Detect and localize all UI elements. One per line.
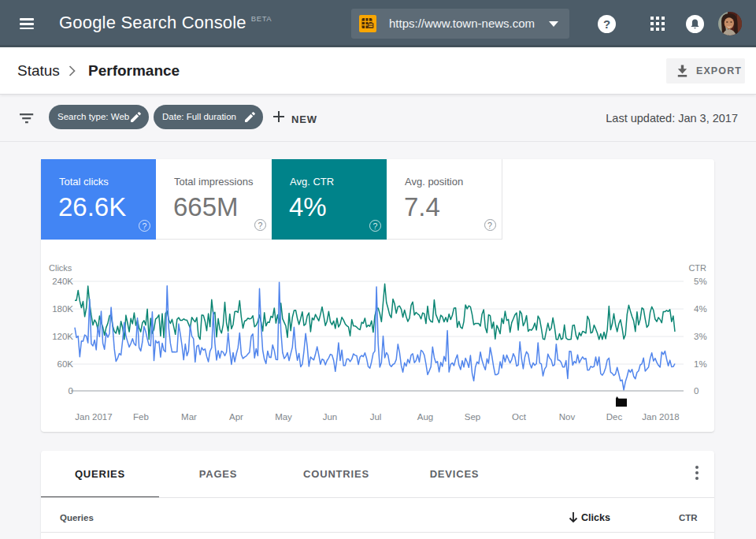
svg-text:?: ?	[603, 17, 610, 30]
svg-text:0: 0	[69, 386, 73, 396]
svg-text:Feb: Feb	[133, 412, 149, 422]
svg-text:Mar: Mar	[181, 412, 197, 422]
svg-text:Clicks: Clicks	[49, 263, 72, 273]
svg-text:Sep: Sep	[465, 412, 480, 422]
svg-text:Aug: Aug	[417, 412, 433, 422]
svg-text:Apr: Apr	[229, 412, 243, 422]
svg-text:4%: 4%	[694, 304, 707, 314]
svg-text:Jul: Jul	[370, 412, 382, 422]
svg-text:May: May	[275, 412, 292, 422]
svg-text:60K: 60K	[57, 359, 74, 369]
svg-text:3%: 3%	[694, 332, 707, 341]
svg-text:180K: 180K	[52, 304, 73, 314]
svg-text:Jun: Jun	[323, 412, 338, 422]
svg-text:Jan 2017: Jan 2017	[75, 412, 112, 422]
svg-text:Jan 2018: Jan 2018	[642, 412, 679, 422]
svg-text:Dec: Dec	[606, 412, 623, 422]
svg-text:5%: 5%	[694, 277, 707, 286]
svg-text:Nov: Nov	[559, 412, 576, 422]
svg-text:Oct: Oct	[512, 412, 527, 422]
svg-text:CTR: CTR	[688, 263, 706, 273]
svg-text:1%: 1%	[694, 359, 707, 369]
svg-text:0: 0	[694, 386, 699, 396]
svg-text:120K: 120K	[52, 332, 73, 341]
svg-text:240K: 240K	[52, 277, 73, 286]
